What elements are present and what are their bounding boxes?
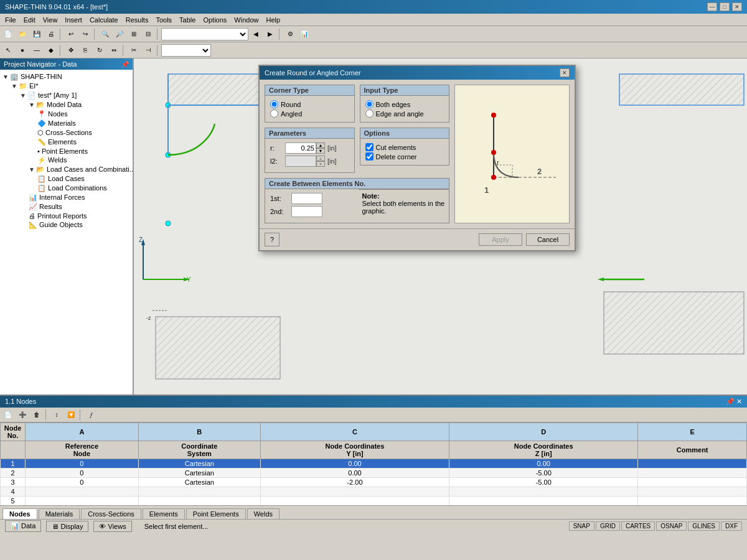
node-btn[interactable]: ●	[16, 44, 29, 57]
between-first-input[interactable]	[291, 193, 322, 204]
cell-z[interactable]	[449, 487, 638, 497]
tab-point-elements[interactable]: Point Elements	[186, 508, 246, 519]
menu-file[interactable]: File	[1, 15, 20, 25]
results-btn[interactable]: 📊	[298, 27, 311, 41]
tree-nodes[interactable]: 📍 Nodes	[2, 110, 130, 119]
cell-y[interactable]: -2.00	[260, 478, 449, 487]
move-btn[interactable]: ✥	[64, 44, 78, 57]
param-r-input[interactable]: 0.25	[285, 142, 316, 154]
menu-options[interactable]: Options	[199, 15, 230, 25]
cancel-button[interactable]: Cancel	[526, 233, 570, 246]
tree-elements[interactable]: 📏 Elements	[2, 138, 130, 147]
radio-round[interactable]	[270, 100, 278, 108]
tab-cross-sections[interactable]: Cross-Sections	[81, 508, 141, 519]
menu-table[interactable]: Table	[176, 15, 199, 25]
param-l2-up[interactable]: ▲	[316, 156, 325, 161]
cell-coordsys[interactable]: Cartesian	[138, 469, 260, 478]
mirror-btn[interactable]: ⇔	[107, 44, 121, 57]
tree-load-combinations[interactable]: 📋 Load Combinations	[2, 184, 130, 193]
tree-results[interactable]: 📈 Results	[2, 202, 130, 212]
tree-load-cases-comb[interactable]: ▼📂 Load Cases and Combinati...	[2, 165, 130, 174]
element-btn[interactable]: —	[30, 44, 44, 57]
view-combo[interactable]	[161, 28, 248, 40]
tree-ei[interactable]: ▼📁 EI*	[2, 82, 130, 91]
grid-btn[interactable]: GRID	[596, 521, 620, 531]
tree-guide-objects[interactable]: 📐 Guide Objects	[2, 220, 130, 230]
tab-elements[interactable]: Elements	[143, 508, 185, 519]
bottom-nav-views[interactable]: 👁 Views	[93, 521, 131, 532]
rotate-btn[interactable]: ↻	[93, 44, 106, 57]
cartes-btn[interactable]: CARTES	[621, 521, 655, 531]
cell-comment[interactable]	[638, 497, 747, 506]
snap-btn[interactable]: SNAP	[569, 521, 594, 531]
zoom-sel-btn[interactable]: ⊟	[141, 27, 155, 41]
table-row[interactable]: 3 0 Cartesian -2.00 -5.00	[1, 478, 747, 487]
zoom-in-btn[interactable]: 🔍	[98, 27, 112, 41]
cell-coordsys[interactable]: Cartesian	[138, 478, 260, 487]
zoom-all-btn[interactable]: ⊞	[127, 27, 141, 41]
bottom-nav-display[interactable]: 🖥 Display	[46, 521, 88, 532]
radio-edge-label[interactable]: Edge and angle	[376, 110, 424, 118]
tab-nodes[interactable]: Nodes	[2, 508, 37, 519]
param-l2-input[interactable]	[285, 156, 316, 167]
apply-button[interactable]: Apply	[479, 233, 522, 246]
param-l2-down[interactable]: ▼	[316, 161, 325, 167]
menu-help[interactable]: Help	[262, 15, 284, 25]
cell-coordsys[interactable]: Cartesian	[138, 459, 260, 469]
redo-btn[interactable]: ↪	[78, 27, 92, 41]
cell-refnode[interactable]	[26, 497, 139, 506]
zoom-out-btn[interactable]: 🔎	[113, 27, 126, 41]
radio-edge-angle[interactable]	[365, 110, 374, 118]
bt-sort[interactable]: ↕	[50, 408, 63, 422]
dialog-close-btn[interactable]: ✕	[560, 68, 570, 77]
tree-point-elements[interactable]: • Point Elements	[2, 147, 130, 156]
select-btn[interactable]: ↖	[1, 44, 15, 57]
maximize-btn[interactable]: □	[720, 2, 730, 11]
cell-refnode[interactable]	[26, 487, 139, 497]
bt-insert[interactable]: ➕	[16, 408, 29, 422]
menu-view[interactable]: View	[39, 15, 62, 25]
minimize-btn[interactable]: —	[707, 2, 717, 11]
help-button[interactable]: ?	[265, 233, 280, 246]
cell-coordsys[interactable]	[138, 487, 260, 497]
trim-btn[interactable]: ✂	[127, 44, 141, 57]
print-btn[interactable]: 🖨	[44, 27, 58, 41]
extend-btn[interactable]: ⊣	[141, 44, 155, 57]
radio-round-label[interactable]: Round	[281, 101, 301, 108]
tree-model-data[interactable]: ▼📂 Model Data	[2, 100, 130, 110]
table-row[interactable]: 2 0 Cartesian 0.00 -5.00	[1, 469, 747, 478]
bt-formula[interactable]: 𝑓	[84, 408, 98, 422]
delete-corner-checkbox[interactable]	[365, 152, 374, 161]
table-row[interactable]: 4	[1, 487, 747, 497]
cell-refnode[interactable]: 0	[26, 469, 139, 478]
cell-y[interactable]	[260, 497, 449, 506]
tab-welds[interactable]: Welds	[247, 508, 280, 519]
menu-insert[interactable]: Insert	[61, 15, 86, 25]
cut-elements-checkbox[interactable]	[365, 143, 374, 151]
close-btn[interactable]: ✕	[732, 2, 742, 11]
tree-test[interactable]: ▼📄 test* [Amy 1]	[2, 91, 130, 100]
radio-angled-label[interactable]: Angled	[281, 110, 302, 118]
copy-btn[interactable]: ⎘	[78, 44, 92, 57]
table-row[interactable]: 1 0 Cartesian 0.00 0.00	[1, 459, 747, 469]
secondary-combo[interactable]	[161, 44, 211, 57]
param-r-down[interactable]: ▼	[316, 148, 325, 154]
tree-load-cases[interactable]: 📋 Load Cases	[2, 174, 130, 184]
cell-refnode[interactable]: 0	[26, 478, 139, 487]
new-btn[interactable]: 📄	[1, 27, 15, 41]
cell-coordsys[interactable]	[138, 497, 260, 506]
tree-shape-thin[interactable]: ▼🏢 SHAPE-THIN	[2, 72, 130, 82]
pin-icon[interactable]: 📌	[121, 61, 129, 68]
cell-y[interactable]: 0.00	[260, 459, 449, 469]
tab-materials[interactable]: Materials	[39, 508, 80, 519]
cell-comment[interactable]	[638, 478, 747, 487]
osnap-btn[interactable]: OSNAP	[656, 521, 687, 531]
cell-y[interactable]	[260, 487, 449, 497]
point-btn[interactable]: ◆	[44, 44, 58, 57]
glines-btn[interactable]: GLINES	[688, 521, 720, 531]
prev-btn[interactable]: ◀	[249, 27, 263, 41]
param-r-up[interactable]: ▲	[316, 142, 325, 148]
bt-filter[interactable]: 🔽	[64, 408, 78, 422]
radio-both-edges[interactable]	[365, 100, 374, 108]
cell-refnode[interactable]: 0	[26, 459, 139, 469]
